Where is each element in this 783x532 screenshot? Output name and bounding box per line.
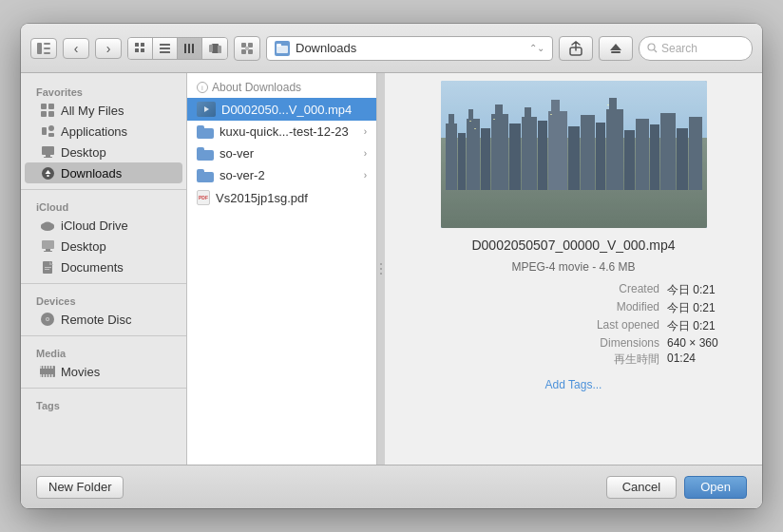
sidebar-item-downloads[interactable]: Downloads <box>25 162 182 183</box>
bottom-right-buttons: Cancel Open <box>606 476 747 499</box>
back-button[interactable]: ‹ <box>63 38 89 59</box>
file-name-video: D0002050...V_000.mp4 <box>221 103 352 117</box>
duration-value: 01:24 <box>667 352 743 368</box>
preview-metadata-table: Created 今日 0:21 Modified 今日 0:21 Last op… <box>385 276 762 374</box>
svg-rect-16 <box>218 45 221 52</box>
location-arrow-icon: ⌃⌄ <box>529 43 544 53</box>
svg-rect-36 <box>42 146 54 155</box>
svg-point-45 <box>43 222 52 229</box>
svg-rect-51 <box>45 267 51 268</box>
sidebar-item-documents[interactable]: Documents <box>25 256 182 277</box>
list-view-button[interactable] <box>153 38 178 59</box>
resize-dots <box>380 263 382 275</box>
share-button[interactable] <box>559 36 593 61</box>
svg-rect-34 <box>48 125 54 131</box>
open-button[interactable]: Open <box>684 476 747 499</box>
location-folder-icon <box>275 41 290 56</box>
forward-button[interactable]: › <box>95 38 122 59</box>
icon-view-button[interactable] <box>128 38 153 59</box>
column-view-button[interactable] <box>178 38 202 59</box>
svg-rect-8 <box>160 44 170 46</box>
svg-rect-31 <box>41 111 47 117</box>
location-text: Downloads <box>296 41 524 55</box>
pdf-file-icon: PDF <box>197 190 210 205</box>
add-tags-link[interactable]: Add Tags... <box>545 374 602 395</box>
movies-icon <box>40 364 55 379</box>
svg-rect-66 <box>51 374 53 377</box>
file-name-folder3: so-ver-2 <box>220 168 358 182</box>
svg-rect-100 <box>493 119 495 120</box>
last-opened-label: Last opened <box>574 318 659 334</box>
main-content: Favorites All My Files <box>21 73 762 465</box>
svg-rect-9 <box>160 48 170 49</box>
file-name-pdf: Vs2015jp1sg.pdf <box>216 191 308 205</box>
sidebar-item-remote-disc[interactable]: Remote Disc <box>25 309 182 330</box>
coverflow-view-button[interactable] <box>202 38 227 59</box>
svg-point-55 <box>47 318 48 320</box>
svg-rect-32 <box>48 111 54 117</box>
chevron-icon-2: › <box>364 148 367 159</box>
all-my-files-icon <box>40 103 55 118</box>
svg-rect-30 <box>48 104 54 109</box>
svg-rect-29 <box>41 104 47 109</box>
sidebar-item-movies[interactable]: Movies <box>25 361 182 382</box>
duration-label: 再生時間 <box>574 352 659 368</box>
svg-rect-11 <box>184 44 186 53</box>
chevron-icon-1: › <box>364 126 367 137</box>
applications-icon <box>40 124 55 139</box>
svg-rect-2 <box>44 48 50 49</box>
svg-rect-48 <box>44 251 52 252</box>
icloud-drive-label: iCloud Drive <box>61 218 128 233</box>
dimensions-label: Dimensions <box>574 336 659 350</box>
sidebar-item-icloud-desktop[interactable]: Desktop <box>25 236 182 256</box>
finder-window: ‹ › <box>21 24 762 508</box>
desktop-label: Desktop <box>61 145 106 160</box>
svg-rect-47 <box>46 249 50 251</box>
file-item-video[interactable]: D0002050...V_000.mp4 <box>187 98 376 121</box>
file-item-folder1[interactable]: kuxu-quick...-test-12-23 › <box>187 121 376 142</box>
preview-filename: D0002050507_00000_V_000.mp4 <box>452 228 694 258</box>
location-bar[interactable]: Downloads ⌃⌄ <box>266 36 553 61</box>
file-item-pdf[interactable]: PDF Vs2015jp1sg.pdf <box>187 186 376 209</box>
file-item-folder3[interactable]: so-ver-2 › <box>187 164 376 186</box>
svg-rect-18 <box>248 43 253 48</box>
media-header: Media <box>21 342 186 361</box>
svg-rect-10 <box>160 51 170 53</box>
resize-handle[interactable] <box>377 73 385 465</box>
favorites-header: Favorites <box>21 81 186 100</box>
svg-point-27 <box>648 44 655 50</box>
svg-rect-35 <box>48 133 54 137</box>
sidebar-item-icloud-drive[interactable]: iCloud Drive <box>25 215 182 236</box>
eject-button[interactable] <box>599 36 633 61</box>
chevron-icon-3: › <box>364 170 367 180</box>
sidebar-item-desktop[interactable]: Desktop <box>25 142 182 162</box>
downloads-label: Downloads <box>61 166 122 180</box>
svg-rect-52 <box>45 269 49 270</box>
svg-rect-57 <box>40 366 42 369</box>
cancel-button[interactable]: Cancel <box>606 476 677 499</box>
new-folder-button[interactable]: New Folder <box>36 476 124 499</box>
bottom-bar: New Folder Cancel Open <box>21 465 762 508</box>
duration-row: 再生時間 01:24 <box>404 351 743 369</box>
created-value: 今日 0:21 <box>667 282 743 298</box>
devices-header: Devices <box>21 290 186 309</box>
downloads-icon <box>40 165 55 180</box>
file-item-folder2[interactable]: so-ver › <box>187 142 376 164</box>
icloud-desktop-label: Desktop <box>61 239 106 254</box>
svg-rect-97 <box>441 81 707 228</box>
sidebar-toggle-button[interactable] <box>30 38 57 59</box>
svg-rect-13 <box>192 44 194 53</box>
svg-rect-59 <box>46 366 48 369</box>
sidebar-item-all-my-files[interactable]: All My Files <box>25 100 182 121</box>
search-bar[interactable]: Search <box>639 36 753 61</box>
sidebar: Favorites All My Files <box>21 73 187 465</box>
icloud-header: iCloud <box>21 196 186 215</box>
preview-panel: D0002050507_00000_V_000.mp4 MPEG-4 movie… <box>385 73 762 465</box>
remote-disc-label: Remote Disc <box>61 313 131 327</box>
last-opened-row: Last opened 今日 0:21 <box>404 317 743 335</box>
sidebar-item-applications[interactable]: Applications <box>25 121 182 142</box>
svg-rect-15 <box>209 44 213 51</box>
arrange-button[interactable] <box>234 36 260 61</box>
svg-rect-61 <box>51 366 53 369</box>
svg-rect-21 <box>245 47 249 50</box>
